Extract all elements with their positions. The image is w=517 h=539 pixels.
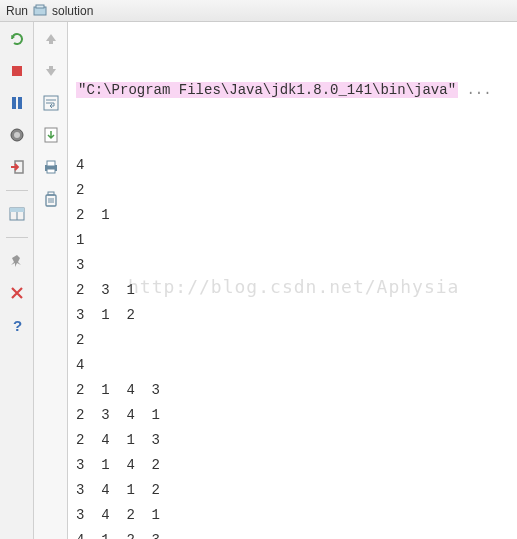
svg-rect-9 [10,208,24,212]
output-line: 2 1 4 3 [76,378,509,403]
toolbar-separator [6,237,28,238]
console-toolbar [34,22,68,539]
help-button[interactable]: ? [6,314,28,336]
run-label: Run [6,4,28,18]
svg-rect-12 [49,40,53,44]
output-line: 3 1 4 2 [76,453,509,478]
toolbar-separator [6,190,28,191]
output-line: 2 [76,178,509,203]
command-text: "C:\Program Files\Java\jdk1.8.0_141\bin\… [76,82,458,98]
output-line: 2 4 1 3 [76,428,509,453]
run-tool-body: ? "C:\Program Files\Java\jdk1.8.0_141\bi… [0,22,517,539]
run-config-title: solution [52,4,93,18]
svg-rect-18 [47,169,55,173]
close-button[interactable] [6,282,28,304]
down-button[interactable] [40,60,62,82]
clear-all-button[interactable] [40,188,62,210]
print-button[interactable] [40,156,62,178]
rerun-button[interactable] [6,28,28,50]
output-line: 3 1 2 [76,303,509,328]
command-line: "C:\Program Files\Java\jdk1.8.0_141\bin\… [76,78,509,103]
output-line: 4 [76,353,509,378]
left-toolbar: ? [0,22,34,539]
soft-wrap-button[interactable] [40,92,62,114]
exit-button[interactable] [6,156,28,178]
output-line: 1 [76,228,509,253]
svg-rect-23 [48,192,54,195]
svg-rect-1 [36,5,44,8]
output-line: 3 4 2 1 [76,503,509,528]
output-line: 4 1 2 3 [76,528,509,539]
svg-rect-13 [49,66,53,70]
output-line: 3 [76,253,509,278]
output-line: 2 3 1 [76,278,509,303]
pin-button[interactable] [6,250,28,272]
output-line: 2 1 [76,203,509,228]
svg-rect-17 [47,161,55,166]
output-line: 2 [76,328,509,353]
output-lines: 422 1132 3 13 1 2242 1 4 32 3 4 12 4 1 3… [76,153,509,539]
console-output[interactable]: "C:\Program Files\Java\jdk1.8.0_141\bin\… [68,22,517,539]
output-line: 4 [76,153,509,178]
run-config-icon [32,3,48,19]
svg-text:?: ? [13,318,22,332]
dump-threads-button[interactable] [6,124,28,146]
up-button[interactable] [40,28,62,50]
output-line: 2 3 4 1 [76,403,509,428]
scroll-to-end-button[interactable] [40,124,62,146]
layout-button[interactable] [6,203,28,225]
run-tool-header: Run solution [0,0,517,22]
svg-rect-2 [12,66,22,76]
output-line: 3 4 1 2 [76,478,509,503]
svg-rect-3 [12,97,16,109]
svg-rect-4 [18,97,22,109]
command-ellipsis: ... [458,82,492,98]
svg-point-6 [14,132,20,138]
pause-button[interactable] [6,92,28,114]
stop-button[interactable] [6,60,28,82]
